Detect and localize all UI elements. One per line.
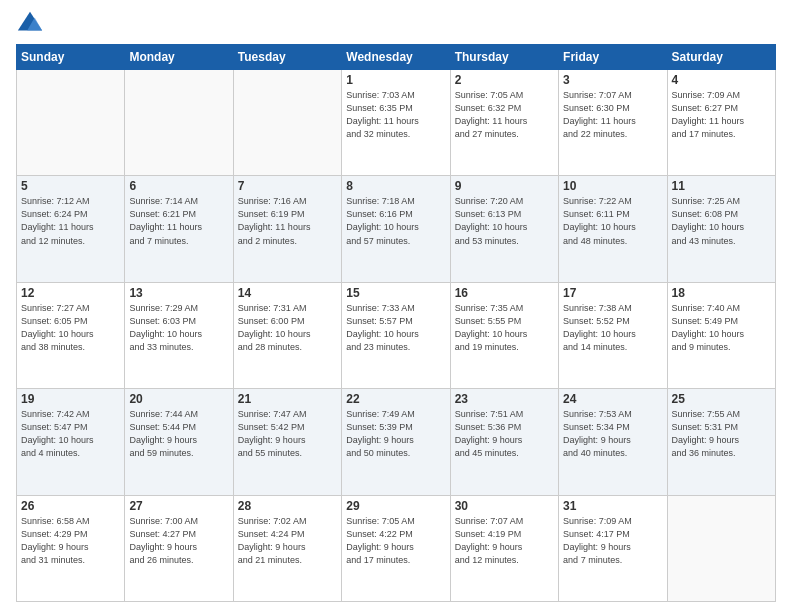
day-info: Sunrise: 7:22 AM Sunset: 6:11 PM Dayligh…	[563, 195, 662, 247]
calendar-cell	[233, 70, 341, 176]
day-info: Sunrise: 7:18 AM Sunset: 6:16 PM Dayligh…	[346, 195, 445, 247]
calendar-cell: 19Sunrise: 7:42 AM Sunset: 5:47 PM Dayli…	[17, 389, 125, 495]
day-number: 7	[238, 179, 337, 193]
calendar-cell: 30Sunrise: 7:07 AM Sunset: 4:19 PM Dayli…	[450, 495, 558, 601]
day-number: 30	[455, 499, 554, 513]
calendar-week-row: 19Sunrise: 7:42 AM Sunset: 5:47 PM Dayli…	[17, 389, 776, 495]
calendar-cell: 26Sunrise: 6:58 AM Sunset: 4:29 PM Dayli…	[17, 495, 125, 601]
calendar-cell: 17Sunrise: 7:38 AM Sunset: 5:52 PM Dayli…	[559, 282, 667, 388]
calendar-cell: 28Sunrise: 7:02 AM Sunset: 4:24 PM Dayli…	[233, 495, 341, 601]
day-info: Sunrise: 7:49 AM Sunset: 5:39 PM Dayligh…	[346, 408, 445, 460]
day-number: 5	[21, 179, 120, 193]
calendar-cell: 23Sunrise: 7:51 AM Sunset: 5:36 PM Dayli…	[450, 389, 558, 495]
weekday-header-tuesday: Tuesday	[233, 45, 341, 70]
calendar-cell: 31Sunrise: 7:09 AM Sunset: 4:17 PM Dayli…	[559, 495, 667, 601]
day-number: 15	[346, 286, 445, 300]
calendar-cell: 9Sunrise: 7:20 AM Sunset: 6:13 PM Daylig…	[450, 176, 558, 282]
day-number: 1	[346, 73, 445, 87]
day-info: Sunrise: 7:44 AM Sunset: 5:44 PM Dayligh…	[129, 408, 228, 460]
day-info: Sunrise: 7:14 AM Sunset: 6:21 PM Dayligh…	[129, 195, 228, 247]
calendar-week-row: 5Sunrise: 7:12 AM Sunset: 6:24 PM Daylig…	[17, 176, 776, 282]
day-info: Sunrise: 7:33 AM Sunset: 5:57 PM Dayligh…	[346, 302, 445, 354]
weekday-header-sunday: Sunday	[17, 45, 125, 70]
day-info: Sunrise: 7:40 AM Sunset: 5:49 PM Dayligh…	[672, 302, 771, 354]
page: SundayMondayTuesdayWednesdayThursdayFrid…	[0, 0, 792, 612]
day-number: 6	[129, 179, 228, 193]
day-info: Sunrise: 7:16 AM Sunset: 6:19 PM Dayligh…	[238, 195, 337, 247]
calendar-cell: 10Sunrise: 7:22 AM Sunset: 6:11 PM Dayli…	[559, 176, 667, 282]
day-number: 28	[238, 499, 337, 513]
header	[16, 10, 776, 38]
day-info: Sunrise: 7:00 AM Sunset: 4:27 PM Dayligh…	[129, 515, 228, 567]
day-number: 8	[346, 179, 445, 193]
day-info: Sunrise: 7:55 AM Sunset: 5:31 PM Dayligh…	[672, 408, 771, 460]
day-info: Sunrise: 7:27 AM Sunset: 6:05 PM Dayligh…	[21, 302, 120, 354]
calendar-week-row: 26Sunrise: 6:58 AM Sunset: 4:29 PM Dayli…	[17, 495, 776, 601]
calendar-cell: 13Sunrise: 7:29 AM Sunset: 6:03 PM Dayli…	[125, 282, 233, 388]
day-info: Sunrise: 7:38 AM Sunset: 5:52 PM Dayligh…	[563, 302, 662, 354]
day-number: 27	[129, 499, 228, 513]
day-info: Sunrise: 7:35 AM Sunset: 5:55 PM Dayligh…	[455, 302, 554, 354]
day-info: Sunrise: 7:07 AM Sunset: 6:30 PM Dayligh…	[563, 89, 662, 141]
day-number: 9	[455, 179, 554, 193]
day-number: 25	[672, 392, 771, 406]
calendar-cell: 6Sunrise: 7:14 AM Sunset: 6:21 PM Daylig…	[125, 176, 233, 282]
weekday-header-wednesday: Wednesday	[342, 45, 450, 70]
day-info: Sunrise: 7:25 AM Sunset: 6:08 PM Dayligh…	[672, 195, 771, 247]
logo-icon	[16, 10, 44, 38]
calendar-cell: 29Sunrise: 7:05 AM Sunset: 4:22 PM Dayli…	[342, 495, 450, 601]
day-number: 21	[238, 392, 337, 406]
calendar-cell: 8Sunrise: 7:18 AM Sunset: 6:16 PM Daylig…	[342, 176, 450, 282]
calendar-cell: 18Sunrise: 7:40 AM Sunset: 5:49 PM Dayli…	[667, 282, 775, 388]
day-info: Sunrise: 7:29 AM Sunset: 6:03 PM Dayligh…	[129, 302, 228, 354]
calendar-table: SundayMondayTuesdayWednesdayThursdayFrid…	[16, 44, 776, 602]
day-number: 2	[455, 73, 554, 87]
day-info: Sunrise: 7:42 AM Sunset: 5:47 PM Dayligh…	[21, 408, 120, 460]
calendar-cell: 24Sunrise: 7:53 AM Sunset: 5:34 PM Dayli…	[559, 389, 667, 495]
day-info: Sunrise: 7:02 AM Sunset: 4:24 PM Dayligh…	[238, 515, 337, 567]
calendar-cell: 5Sunrise: 7:12 AM Sunset: 6:24 PM Daylig…	[17, 176, 125, 282]
calendar-cell: 1Sunrise: 7:03 AM Sunset: 6:35 PM Daylig…	[342, 70, 450, 176]
day-number: 3	[563, 73, 662, 87]
day-info: Sunrise: 7:05 AM Sunset: 6:32 PM Dayligh…	[455, 89, 554, 141]
day-number: 20	[129, 392, 228, 406]
calendar-cell: 16Sunrise: 7:35 AM Sunset: 5:55 PM Dayli…	[450, 282, 558, 388]
day-number: 24	[563, 392, 662, 406]
calendar-cell: 3Sunrise: 7:07 AM Sunset: 6:30 PM Daylig…	[559, 70, 667, 176]
day-info: Sunrise: 7:20 AM Sunset: 6:13 PM Dayligh…	[455, 195, 554, 247]
day-info: Sunrise: 7:09 AM Sunset: 6:27 PM Dayligh…	[672, 89, 771, 141]
calendar-week-row: 1Sunrise: 7:03 AM Sunset: 6:35 PM Daylig…	[17, 70, 776, 176]
calendar-cell: 27Sunrise: 7:00 AM Sunset: 4:27 PM Dayli…	[125, 495, 233, 601]
day-number: 14	[238, 286, 337, 300]
day-number: 31	[563, 499, 662, 513]
calendar-cell	[667, 495, 775, 601]
day-info: Sunrise: 7:47 AM Sunset: 5:42 PM Dayligh…	[238, 408, 337, 460]
weekday-header-row: SundayMondayTuesdayWednesdayThursdayFrid…	[17, 45, 776, 70]
day-info: Sunrise: 7:09 AM Sunset: 4:17 PM Dayligh…	[563, 515, 662, 567]
calendar-cell: 4Sunrise: 7:09 AM Sunset: 6:27 PM Daylig…	[667, 70, 775, 176]
calendar-cell: 14Sunrise: 7:31 AM Sunset: 6:00 PM Dayli…	[233, 282, 341, 388]
day-info: Sunrise: 6:58 AM Sunset: 4:29 PM Dayligh…	[21, 515, 120, 567]
day-number: 18	[672, 286, 771, 300]
day-number: 13	[129, 286, 228, 300]
calendar-cell	[17, 70, 125, 176]
day-number: 29	[346, 499, 445, 513]
day-info: Sunrise: 7:12 AM Sunset: 6:24 PM Dayligh…	[21, 195, 120, 247]
day-number: 16	[455, 286, 554, 300]
day-number: 10	[563, 179, 662, 193]
calendar-cell: 12Sunrise: 7:27 AM Sunset: 6:05 PM Dayli…	[17, 282, 125, 388]
calendar-cell	[125, 70, 233, 176]
calendar-cell: 15Sunrise: 7:33 AM Sunset: 5:57 PM Dayli…	[342, 282, 450, 388]
day-info: Sunrise: 7:53 AM Sunset: 5:34 PM Dayligh…	[563, 408, 662, 460]
day-info: Sunrise: 7:03 AM Sunset: 6:35 PM Dayligh…	[346, 89, 445, 141]
weekday-header-saturday: Saturday	[667, 45, 775, 70]
calendar-cell: 20Sunrise: 7:44 AM Sunset: 5:44 PM Dayli…	[125, 389, 233, 495]
calendar-week-row: 12Sunrise: 7:27 AM Sunset: 6:05 PM Dayli…	[17, 282, 776, 388]
calendar-cell: 21Sunrise: 7:47 AM Sunset: 5:42 PM Dayli…	[233, 389, 341, 495]
logo	[16, 10, 48, 38]
weekday-header-friday: Friday	[559, 45, 667, 70]
day-number: 22	[346, 392, 445, 406]
day-info: Sunrise: 7:51 AM Sunset: 5:36 PM Dayligh…	[455, 408, 554, 460]
day-info: Sunrise: 7:05 AM Sunset: 4:22 PM Dayligh…	[346, 515, 445, 567]
calendar-cell: 25Sunrise: 7:55 AM Sunset: 5:31 PM Dayli…	[667, 389, 775, 495]
